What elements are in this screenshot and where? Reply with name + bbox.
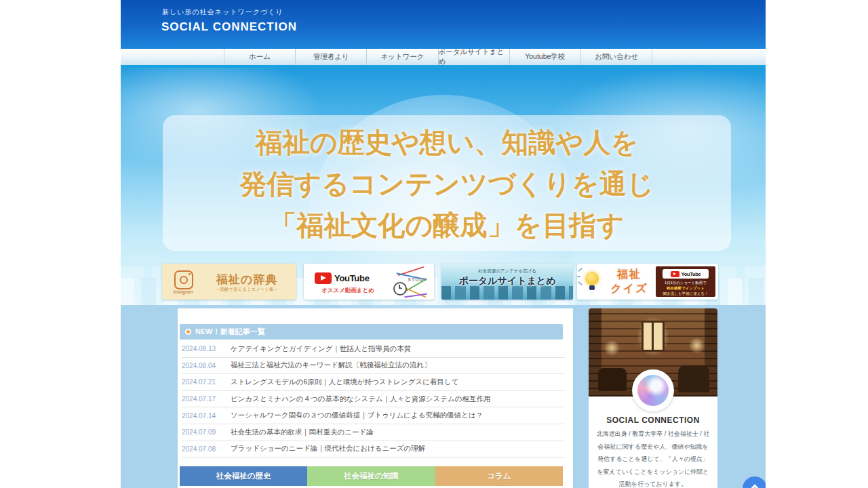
banner-youtube-videos[interactable]: YouTube オススメ動画まとめ STUDY [304, 264, 434, 300]
hero-heading: 福祉の歴史や想い、知識や人を 発信するコンテンツづくりを通じ 「福祉文化の醸成」… [163, 121, 731, 245]
quiz-note-3: 聞き流しも学習に使える！ [656, 291, 715, 296]
portal-tagline: 社会資源のアンテナを広げる [441, 268, 573, 274]
dictionary-title: 福祉の辞典 [201, 272, 292, 287]
news-date: 2024.07.21 [182, 378, 231, 386]
nav-item-contact[interactable]: お問い合わせ [580, 49, 652, 65]
news-panel: NEW！新着記事一覧 2024.08.13 ケアテイキングとガイディング｜世話人… [178, 308, 573, 488]
profile-card: SOCIAL CONNECTION 北海道出身 / 教育大学卒 / 社会福祉士 … [589, 308, 717, 488]
study-doodle: STUDY [391, 265, 433, 298]
news-title: ブラッドショーのニード論｜現代社会におけるニーズの理解 [231, 444, 425, 453]
news-row[interactable]: 2024.07.08 ブラッドショーのニード論｜現代社会におけるニーズの理解 [182, 441, 565, 458]
scroll-to-top-button[interactable] [743, 476, 766, 488]
youtube-play-icon-small [671, 271, 679, 277]
news-row[interactable]: 2024.08.04 福祉三法と福祉六法のキーワード解説〔戦後福祉立法の流れ〕 [182, 358, 565, 375]
nav-item-home[interactable]: ホーム [224, 49, 295, 65]
library-chair-right [678, 365, 709, 392]
banner-portal-sites[interactable]: 社会資源のアンテナを広げる ポータルサイトまとめ [441, 264, 573, 300]
news-row[interactable]: 2024.08.13 ケアテイキングとガイディング｜世話人と指導員の本質 [182, 341, 565, 358]
quiz-title: 福祉 クイズ [607, 267, 652, 296]
instagram-label: Instagram [166, 289, 200, 294]
news-date: 2024.08.04 [182, 362, 231, 369]
news-date: 2024.08.13 [182, 345, 231, 352]
nav-item-portal[interactable]: ポータルサイトまとめ [438, 49, 509, 65]
news-title: ソーシャルワーク固有の３つの価値前提｜ブトゥリムによる究極的価値とは？ [231, 411, 483, 420]
news-title: ストレングスモデルの6原則｜人と環境が持つストレングスに着目して [231, 378, 459, 387]
study-label: STUDY [408, 277, 427, 282]
youtube-wordmark: YouTube [334, 273, 370, 283]
category-buttons: 社会福祉の歴史 社会福祉の知識 コラム [180, 466, 563, 486]
news-date: 2024.07.17 [182, 395, 231, 403]
quiz-notes: 1日1分のショート動画で 科目横断でインプット 聞き流しも学習に使える！ [656, 280, 715, 296]
avatar-logo [637, 375, 669, 406]
nav-items: ホーム 管理者より ネットワーク ポータルサイトまとめ Youtube学校 お問… [224, 49, 652, 65]
youtube-play-icon [315, 272, 332, 284]
portal-buildings-graphic [441, 286, 573, 300]
instagram-icon [174, 270, 193, 289]
main-nav: ホーム 管理者より ネットワーク ポータルサイトまとめ Youtube学校 お問… [121, 49, 766, 68]
site-header: 新しい形の社会ネットワークづくり SOCIAL CONNECTION [121, 0, 766, 49]
quiz-note-2: 科目横断でインプット [656, 285, 715, 291]
videos-caption: オススメ動画まとめ [311, 287, 385, 295]
news-row[interactable]: 2024.07.21 ストレングスモデルの6原則｜人と環境が持つストレングスに着… [182, 374, 565, 391]
site-tagline: 新しい形の社会ネットワークづくり [162, 7, 283, 17]
banner-welfare-quiz[interactable]: 福祉 クイズ YouTube 1日1分のショート動画で 科目横断でインプット 聞… [577, 264, 718, 300]
portal-title: ポータルサイトまとめ [441, 275, 573, 287]
nav-item-youtube-school[interactable]: Youtube学校 [509, 49, 580, 65]
youtube-wordmark-small: YouTube [682, 271, 701, 277]
youtube-logo: YouTube [315, 272, 370, 284]
site-title: SOCIAL CONNECTION [161, 20, 297, 34]
library-chair-left [598, 368, 627, 391]
page: 新しい形の社会ネットワークづくり SOCIAL CONNECTION ホーム 管… [121, 0, 766, 488]
clock-icon [393, 282, 407, 296]
hero-line-3: 「福祉文化の醸成」を目指す [163, 204, 731, 245]
news-row[interactable]: 2024.07.14 ソーシャルワーク固有の３つの価値前提｜ブトゥリムによる究極… [182, 407, 565, 424]
new-badge-icon [185, 329, 191, 335]
news-title: 福祉三法と福祉六法のキーワード解説〔戦後福祉立法の流れ〕 [231, 361, 431, 370]
quiz-title-line2: クイズ [610, 283, 648, 294]
news-date: 2024.07.14 [182, 412, 231, 420]
youtube-logo-small: YouTube [663, 269, 709, 279]
library-window [642, 321, 665, 352]
news-date: 2024.07.09 [182, 428, 231, 436]
banner-welfare-dictionary[interactable]: Instagram 福祉の辞典 ～図解で覚えるミニノート集～ [162, 264, 296, 300]
quiz-youtube-panel: YouTube 1日1分のショート動画で 科目横断でインプット 聞き流しも学習に… [656, 266, 715, 297]
hero-line-2: 発信するコンテンツづくりを通じ [163, 163, 731, 204]
news-list: 2024.08.13 ケアテイキングとガイディング｜世話人と指導員の本質 202… [182, 341, 565, 458]
avatar [632, 369, 674, 411]
quiz-title-line1: 福祉 [617, 268, 642, 280]
profile-name: SOCIAL CONNECTION [589, 415, 717, 425]
news-title: ピンカスとミナハンの４つの基本的なシステム｜人々と資源システムの相互作用 [231, 394, 490, 404]
hero-overlay: 福祉の歴史や想い、知識や人を 発信するコンテンツづくりを通じ 「福祉文化の醸成」… [163, 115, 731, 251]
quiz-note-1: 1日1分のショート動画で [656, 280, 715, 285]
news-row[interactable]: 2024.07.09 社会生活の基本的欲求｜岡村重夫のニード論 [182, 424, 565, 441]
category-button-1[interactable]: 社会福祉の知識 [307, 466, 435, 486]
news-title: ケアテイキングとガイディング｜世話人と指導員の本質 [231, 344, 411, 354]
news-header-label: NEW！新着記事一覧 [195, 327, 265, 337]
dictionary-subtitle: ～図解で覚えるミニノート集～ [201, 287, 292, 293]
news-row[interactable]: 2024.07.17 ピンカスとミナハンの４つの基本的なシステム｜人々と資源シス… [182, 391, 565, 408]
news-date: 2024.07.08 [182, 445, 231, 453]
nav-item-admin[interactable]: 管理者より [295, 49, 366, 65]
category-button-2[interactable]: コラム [435, 466, 563, 486]
lightbulb-icon [585, 272, 599, 285]
nav-item-network[interactable]: ネットワーク [366, 49, 437, 65]
news-header-bar: NEW！新着記事一覧 [180, 324, 563, 340]
profile-bio: 北海道出身 / 教育大学卒 / 社会福祉士 / 社会福祉に関する歴史や人、価値や… [596, 428, 710, 488]
news-title: 社会生活の基本的欲求｜岡村重夫のニード論 [231, 428, 374, 437]
category-button-0[interactable]: 社会福祉の歴史 [180, 466, 307, 486]
hero-line-1: 福祉の歴史や想い、知識や人を [163, 121, 731, 163]
